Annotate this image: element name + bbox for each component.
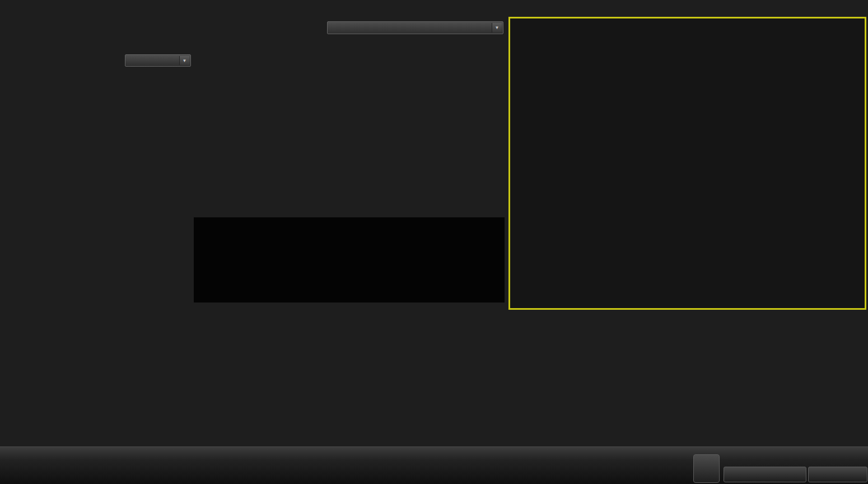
levels-dropdown[interactable]: ▼	[327, 21, 503, 34]
cie-diagram-panel	[508, 17, 866, 310]
delta-h-chart	[399, 52, 500, 217]
calibration-app: ▼ ▼	[0, 0, 868, 484]
rgb-balance-chart	[164, 328, 326, 443]
current-patch-swatch	[3, 463, 23, 483]
de-formula-dropdown[interactable]: ▼	[125, 54, 191, 67]
patch-comparison-panel	[194, 217, 505, 302]
target-row-label	[196, 258, 203, 285]
bottom-bar	[0, 446, 868, 484]
actual-row-label	[196, 225, 203, 252]
chevron-down-icon: ▼	[492, 23, 502, 32]
delta-c-chart	[296, 52, 396, 217]
delta-l-chart	[192, 52, 293, 217]
back-button[interactable]	[724, 467, 806, 482]
deltae2000-chart	[0, 82, 188, 303]
chevron-down-icon: ▼	[179, 56, 189, 65]
cie-diagram	[510, 18, 865, 308]
patch-window-button[interactable]	[693, 454, 720, 483]
next-button[interactable]	[808, 467, 867, 482]
